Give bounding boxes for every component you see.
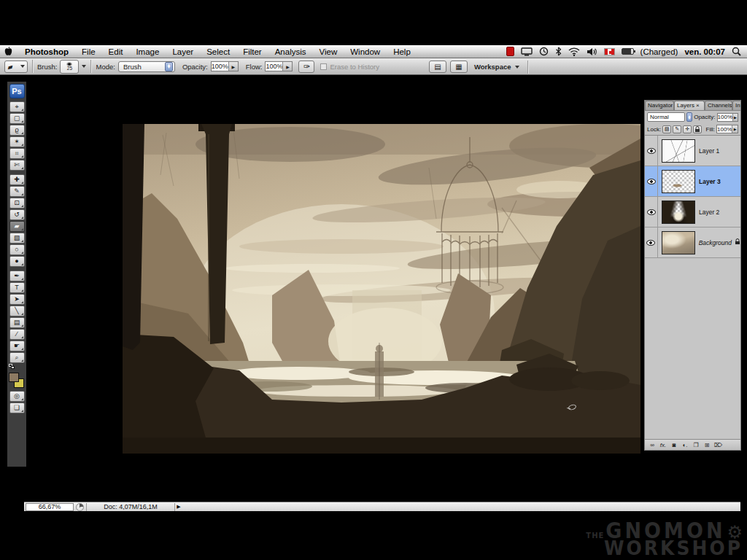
layer-thumbnail[interactable] [662, 201, 695, 224]
layer-style-button[interactable]: fx. [659, 442, 667, 448]
menu-filter[interactable]: Filter [236, 47, 268, 56]
volume-menu-icon[interactable] [587, 47, 597, 56]
layer-visibility-toggle[interactable] [645, 166, 658, 196]
tab-close-icon[interactable]: × [696, 102, 700, 109]
lock-position-button[interactable]: ✛ [683, 125, 692, 133]
chevron-icon[interactable]: ▶ [228, 62, 238, 71]
opacity-field[interactable]: 100% ▶ [211, 61, 239, 71]
layer-thumbnail[interactable] [662, 139, 695, 163]
menu-image[interactable]: Image [129, 47, 166, 56]
bridge-button[interactable]: ▦ [450, 61, 468, 73]
chevron-icon[interactable]: ▶ [732, 125, 738, 133]
display-menu-icon[interactable] [521, 47, 533, 56]
tool-pen[interactable]: ✒ [9, 271, 25, 281]
tab-info[interactable]: Info [732, 101, 740, 110]
input-language-flag-icon[interactable] [604, 48, 615, 55]
tool-shape[interactable]: ╲ [9, 306, 25, 316]
tool-brush[interactable]: ✎ [9, 186, 25, 197]
default-colors-icon[interactable] [9, 364, 16, 370]
layer-visibility-toggle[interactable] [645, 136, 658, 166]
menu-window[interactable]: Window [344, 47, 387, 56]
layer-row[interactable]: Background [645, 228, 740, 258]
tab-channels[interactable]: Channels [705, 101, 732, 110]
layer-row[interactable]: Layer 3 [645, 166, 740, 197]
spotlight-search-icon[interactable] [732, 47, 741, 56]
tool-healing-brush[interactable]: ✚ [9, 174, 25, 185]
layer-thumbnail[interactable] [662, 231, 695, 254]
separator [527, 61, 528, 74]
menu-help[interactable]: Help [387, 47, 417, 56]
lock-all-button[interactable] [693, 125, 702, 133]
layer-group-button[interactable]: ❐ [692, 442, 700, 448]
apple-menu[interactable] [0, 47, 16, 56]
time-machine-menu-icon[interactable] [539, 47, 549, 56]
menu-view[interactable]: View [313, 47, 344, 56]
tool-gradient[interactable]: ▧ [9, 233, 25, 244]
layer-row[interactable]: Layer 2 [645, 197, 740, 228]
tool-type[interactable]: T [9, 282, 25, 293]
tool-lasso[interactable]: ϱ [9, 125, 25, 136]
tool-eraser[interactable]: ▰ [9, 221, 25, 232]
tool-hand[interactable]: ☛ [9, 341, 25, 351]
menu-select[interactable]: Select [200, 47, 236, 56]
tool-slice[interactable]: ✄ [9, 160, 25, 171]
foreground-color-swatch[interactable] [9, 373, 19, 382]
tool-zoom[interactable]: ⌕ [9, 352, 25, 363]
menu-photoshop[interactable]: Photoshop [16, 47, 75, 56]
tool-move[interactable]: ⌖ [9, 101, 25, 112]
menu-file[interactable]: File [75, 47, 102, 56]
wifi-menu-icon[interactable] [568, 47, 580, 56]
menu-layer[interactable]: Layer [166, 47, 200, 56]
tool-dodge[interactable]: ● [9, 256, 25, 267]
tool-clone-stamp[interactable]: ⊡ [9, 198, 25, 209]
layer-opacity-field[interactable]: 100% ▶ [717, 113, 738, 122]
tab-layers[interactable]: Layers× [674, 101, 705, 110]
tool-path-select[interactable]: ➤ [9, 294, 25, 305]
tool-notes[interactable]: ▤ [9, 317, 25, 328]
tool-magic-wand[interactable]: ✶ [9, 136, 25, 147]
link-layers-button[interactable]: ∞ [649, 442, 656, 448]
blend-mode-dropdown[interactable]: Normal [647, 112, 685, 122]
battery-icon[interactable] [622, 48, 634, 55]
new-layer-button[interactable]: ⊞ [703, 442, 711, 448]
tab-navigator[interactable]: Navigator [645, 101, 674, 110]
layer-mask-button[interactable]: ◙ [670, 442, 678, 448]
layer-thumbnail[interactable] [662, 170, 695, 193]
zoom-level-field[interactable]: 66,67% [26, 503, 74, 511]
lock-transparency-button[interactable]: ▨ [662, 125, 671, 133]
menu-edit[interactable]: Edit [102, 47, 130, 56]
palette-well-button[interactable]: ▤ [429, 61, 446, 73]
erase-to-history-checkbox[interactable] [320, 63, 327, 70]
document-status-bar: 66,67% Doc: 4,07M/16,1M ▶ [24, 502, 740, 511]
layer-visibility-toggle[interactable] [645, 197, 658, 227]
chevron-down-icon[interactable] [82, 65, 86, 68]
tool-history-brush[interactable]: ↺ [9, 209, 25, 220]
layer-fill-field[interactable]: 100% ▶ [716, 125, 738, 133]
tool-crop[interactable]: ⌗ [9, 148, 25, 159]
mode-dropdown[interactable]: Brush ▲▼ [118, 61, 175, 72]
stepper-icon[interactable]: ▲▼ [686, 112, 693, 122]
bluetooth-menu-icon[interactable] [555, 47, 562, 56]
adjustment-layer-button[interactable]: ◐. [681, 442, 689, 448]
tool-rectangular-marquee[interactable]: ▢ [9, 113, 25, 124]
status-menu-arrow[interactable]: ▶ [175, 503, 182, 511]
menu-bar-clock[interactable]: ven. 00:07 [684, 47, 725, 56]
tool-preset-picker[interactable]: ▰ [4, 61, 28, 73]
flow-field[interactable]: 100% ▶ [265, 61, 293, 71]
delete-layer-button[interactable]: ⌦ [714, 442, 722, 448]
layer-row[interactable]: Layer 1 [645, 136, 740, 166]
tool-eyedropper[interactable]: ∕ [9, 329, 25, 340]
quick-mask-button[interactable]: ◎ [9, 391, 25, 402]
workspace-dropdown[interactable] [515, 66, 519, 69]
canvas-artwork[interactable] [123, 124, 640, 454]
screen-mode-button[interactable]: ❏ [9, 402, 25, 413]
chevron-icon[interactable]: ▶ [282, 62, 292, 71]
tool-blur[interactable]: ○ [9, 244, 25, 255]
lock-image-button[interactable]: ✎ [673, 125, 681, 133]
brush-preset-picker[interactable]: 25 [60, 60, 79, 74]
layer-visibility-toggle[interactable] [645, 228, 658, 257]
chevron-icon[interactable]: ▶ [732, 114, 738, 121]
recording-indicator-icon[interactable] [506, 47, 514, 56]
menu-analysis[interactable]: Analysis [268, 47, 313, 56]
airbrush-toggle[interactable]: ✑ [298, 61, 314, 73]
